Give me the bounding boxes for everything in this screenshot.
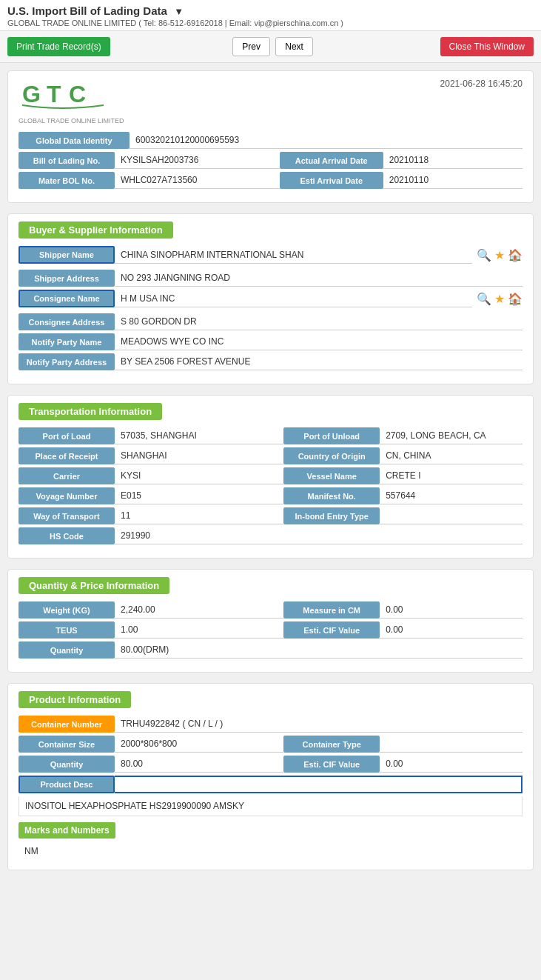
esti-cif-value: 0.00 bbox=[380, 621, 522, 639]
notify-party-address-row: Notify Party Address BY SEA 2506 FOREST … bbox=[19, 353, 522, 370]
consignee-search-icon[interactable]: 🔍 bbox=[477, 292, 491, 306]
nav-group: Prev Next bbox=[229, 37, 313, 56]
manifest-no-value: 557644 bbox=[380, 487, 522, 504]
product-quantity-label: Quantity bbox=[19, 756, 115, 773]
weight-measure-row: Weight (KG) 2,240.00 Measure in CM 0.00 bbox=[19, 601, 522, 619]
notify-party-address-value: BY SEA 2506 FOREST AVENUE bbox=[115, 353, 522, 370]
place-of-receipt-label: Place of Receipt bbox=[19, 447, 115, 464]
next-button[interactable]: Next bbox=[275, 37, 313, 56]
in-bond-entry-label: In-bond Entry Type bbox=[283, 507, 380, 524]
port-of-load-label: Port of Load bbox=[19, 427, 115, 444]
dropdown-icon[interactable]: ▼ bbox=[174, 6, 184, 17]
container-number-row: Container Number TRHU4922842 ( CN / L / … bbox=[19, 716, 522, 733]
product-desc-label: Product Desc bbox=[19, 776, 115, 793]
esti-arrival-label: Esti Arrival Date bbox=[280, 172, 383, 189]
consignee-name-label: Consignee Name bbox=[19, 290, 115, 307]
buyer-supplier-card: Buyer & Supplier Information Shipper Nam… bbox=[7, 213, 534, 384]
weight-value: 2,240.00 bbox=[115, 601, 283, 619]
svg-text:C: C bbox=[69, 81, 86, 107]
global-data-identity-label: Global Data Identity bbox=[19, 132, 130, 149]
transportation-card: Transportation Information Port of Load … bbox=[7, 395, 534, 559]
port-of-unload-value: 2709, LONG BEACH, CA bbox=[380, 427, 522, 444]
main-card: G T C GLOBAL TRADE ONLINE LIMITED 2021-0… bbox=[7, 70, 534, 203]
master-bol-row: Mater BOL No. WHLC027A713560 Esti Arriva… bbox=[19, 172, 522, 189]
shipper-home-icon[interactable]: 🏠 bbox=[508, 248, 522, 262]
quantity-price-card: Quantity & Price Information Weight (KG)… bbox=[7, 569, 534, 673]
consignee-home-icon[interactable]: 🏠 bbox=[508, 292, 522, 306]
record-date: 2021-06-28 16:45:20 bbox=[440, 79, 522, 89]
bol-no-value: KYSILSAH2003736 bbox=[115, 152, 280, 169]
shipper-star-icon[interactable]: ★ bbox=[494, 248, 505, 262]
bol-row: Bill of Lading No. KYSILSAH2003736 Actua… bbox=[19, 152, 522, 169]
actual-arrival-value: 20210118 bbox=[383, 152, 522, 169]
shipper-name-value: CHINA SINOPHARM INTERNATIONAL SHAN bbox=[115, 246, 472, 264]
bol-no-label: Bill of Lading No. bbox=[19, 152, 115, 169]
container-type-value bbox=[380, 736, 522, 753]
hs-code-label: HS Code bbox=[19, 527, 115, 544]
voyage-manifest-row: Voyage Number E015 Manifest No. 557644 bbox=[19, 487, 522, 504]
port-of-unload-label: Port of Unload bbox=[283, 427, 380, 444]
product-desc-text: INOSITOL HEXAPHOSPHATE HS2919900090 AMSK… bbox=[19, 796, 522, 816]
marks-label: Marks and Numbers bbox=[19, 822, 115, 839]
company-logo: G T C bbox=[19, 79, 107, 116]
buyer-supplier-title: Buyer & Supplier Information bbox=[19, 221, 173, 239]
product-quantity-value: 80.00 bbox=[115, 756, 283, 773]
product-desc-row: Product Desc bbox=[19, 776, 522, 793]
consignee-address-label: Consignee Address bbox=[19, 313, 115, 330]
consignee-name-info: Consignee Name H M USA INC bbox=[19, 290, 472, 307]
container-size-type-row: Container Size 2000*806*800 Container Ty… bbox=[19, 736, 522, 753]
shipper-search-icon[interactable]: 🔍 bbox=[477, 248, 491, 262]
master-bol-value: WHLC027A713560 bbox=[115, 172, 280, 189]
marks-value: NM bbox=[19, 843, 522, 859]
weight-label: Weight (KG) bbox=[19, 601, 115, 619]
country-of-origin-label: Country of Origin bbox=[283, 447, 380, 464]
notify-party-name-value: MEADOWS WYE CO INC bbox=[115, 333, 522, 350]
container-type-label: Container Type bbox=[283, 736, 380, 753]
in-bond-entry-value bbox=[380, 507, 522, 524]
shipper-address-value: NO 293 JIANGNING ROAD bbox=[115, 270, 522, 287]
logo-area: G T C GLOBAL TRADE ONLINE LIMITED bbox=[19, 79, 124, 124]
consignee-address-row: Consignee Address S 80 GORDON DR bbox=[19, 313, 522, 330]
close-button[interactable]: Close This Window bbox=[440, 37, 534, 56]
esti-arrival-value: 20210110 bbox=[383, 172, 522, 189]
container-number-value: TRHU4922842 ( CN / L / ) bbox=[115, 716, 522, 733]
port-load-unload-row: Port of Load 57035, SHANGHAI Port of Unl… bbox=[19, 427, 522, 444]
carrier-vessel-row: Carrier KYSI Vessel Name CRETE I bbox=[19, 467, 522, 484]
print-button[interactable]: Print Trade Record(s) bbox=[7, 37, 110, 56]
manifest-no-label: Manifest No. bbox=[283, 487, 380, 504]
carrier-value: KYSI bbox=[115, 467, 283, 484]
consignee-name-row: Consignee Name H M USA INC 🔍 ★ 🏠 bbox=[19, 290, 522, 307]
shipper-address-row: Shipper Address NO 293 JIANGNING ROAD bbox=[19, 270, 522, 287]
subtitle: GLOBAL TRADE ONLINE LIMITED ( Tel: 86-51… bbox=[7, 19, 534, 27]
consignee-name-value: H M USA INC bbox=[115, 290, 472, 307]
notify-party-name-label: Notify Party Name bbox=[19, 333, 115, 350]
way-of-transport-label: Way of Transport bbox=[19, 507, 115, 524]
receipt-origin-row: Place of Receipt SHANGHAI Country of Ori… bbox=[19, 447, 522, 464]
consignee-star-icon[interactable]: ★ bbox=[494, 292, 505, 306]
transport-inbond-row: Way of Transport 11 In-bond Entry Type bbox=[19, 507, 522, 524]
prev-button[interactable]: Prev bbox=[232, 37, 270, 56]
port-of-load-value: 57035, SHANGHAI bbox=[115, 427, 283, 444]
country-of-origin-value: CN, CHINA bbox=[380, 447, 522, 464]
product-info-card: Product Information Container Number TRH… bbox=[7, 683, 534, 870]
carrier-label: Carrier bbox=[19, 467, 115, 484]
vessel-name-value: CRETE I bbox=[380, 467, 522, 484]
way-of-transport-value: 11 bbox=[115, 507, 283, 524]
product-desc-value bbox=[115, 776, 522, 793]
teus-value: 1.00 bbox=[115, 621, 283, 639]
svg-text:G: G bbox=[22, 81, 41, 107]
voyage-number-label: Voyage Number bbox=[19, 487, 115, 504]
shipper-name-row: Shipper Name CHINA SINOPHARM INTERNATION… bbox=[19, 246, 522, 264]
actual-arrival-label: Actual Arrival Date bbox=[280, 152, 383, 169]
quantity-value: 80.00(DRM) bbox=[115, 641, 522, 659]
product-esti-cif-label: Esti. CIF Value bbox=[283, 756, 380, 773]
voyage-number-value: E015 bbox=[115, 487, 283, 504]
measure-value: 0.00 bbox=[380, 601, 522, 619]
shipper-address-label: Shipper Address bbox=[19, 270, 115, 287]
teus-cif-row: TEUS 1.00 Esti. CIF Value 0.00 bbox=[19, 621, 522, 639]
top-bar: U.S. Import Bill of Lading Data ▼ GLOBAL… bbox=[0, 0, 541, 31]
marks-section: Marks and Numbers NM bbox=[19, 822, 522, 859]
card-header: G T C GLOBAL TRADE ONLINE LIMITED 2021-0… bbox=[19, 79, 522, 124]
quantity-label: Quantity bbox=[19, 641, 115, 659]
shipper-name-label: Shipper Name bbox=[19, 246, 115, 264]
